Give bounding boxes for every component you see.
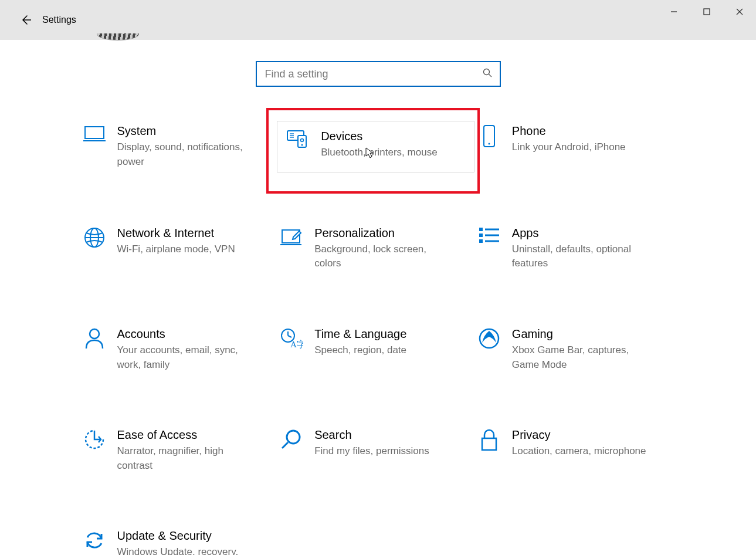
back-button[interactable] <box>14 8 38 32</box>
svg-rect-1 <box>704 9 710 15</box>
avatar-partial <box>97 33 139 40</box>
tile-title: Ease of Access <box>117 428 252 442</box>
tile-devices-highlighted: Devices Bluetooth, printers, mouse <box>266 108 480 194</box>
tile-desc: Find my files, permissions <box>314 444 429 459</box>
tile-title: Gaming <box>512 327 647 341</box>
tile-desc: Background, lock screen, colors <box>314 242 449 271</box>
time-language-icon: A字 <box>279 327 304 352</box>
tile-phone[interactable]: Phone Link your Android, iPhone <box>477 122 659 172</box>
tile-desc: Xbox Game Bar, captures, Game Mode <box>512 343 647 372</box>
minimize-button[interactable] <box>657 0 690 23</box>
tile-title: Devices <box>321 130 437 143</box>
phone-icon <box>477 124 501 149</box>
tile-title: Update & Security <box>117 529 252 543</box>
svg-point-34 <box>287 431 300 444</box>
tile-apps[interactable]: Apps Uninstall, defaults, optional featu… <box>477 224 659 273</box>
gaming-icon <box>477 327 501 352</box>
tile-title: Accounts <box>117 327 252 341</box>
update-icon <box>82 529 107 554</box>
tile-gaming[interactable]: Gaming Xbox Game Bar, captures, Game Mod… <box>477 325 659 374</box>
devices-icon <box>286 130 310 154</box>
apps-icon <box>477 226 501 251</box>
svg-point-28 <box>90 329 99 339</box>
accounts-icon <box>82 327 107 352</box>
tile-accounts[interactable]: Accounts Your accounts, email, sync, wor… <box>82 325 264 374</box>
search-box[interactable] <box>256 61 501 87</box>
tile-update-security[interactable]: Update & Security Windows Update, recove… <box>82 527 264 555</box>
svg-line-31 <box>288 336 291 337</box>
window-title: Settings <box>42 15 76 25</box>
tile-title: Time & Language <box>314 327 406 341</box>
svg-point-4 <box>483 69 489 75</box>
close-button[interactable] <box>723 0 756 23</box>
tile-desc: Link your Android, iPhone <box>512 140 626 155</box>
tile-desc: Your accounts, email, sync, work, family <box>117 343 252 372</box>
tile-desc: Bluetooth, printers, mouse <box>321 145 437 160</box>
tile-desc: Display, sound, notifications, power <box>117 140 252 169</box>
tile-title: Network & Internet <box>117 226 235 240</box>
titlebar: Settings <box>0 0 756 40</box>
tile-network[interactable]: Network & Internet Wi-Fi, airplane mode,… <box>82 224 264 273</box>
tile-search[interactable]: Search Find my files, permissions <box>279 426 461 475</box>
tile-privacy[interactable]: Privacy Location, camera, microphone <box>477 426 659 475</box>
search-input[interactable] <box>257 68 500 80</box>
personalization-icon <box>279 226 304 251</box>
ease-of-access-icon <box>82 428 107 453</box>
svg-rect-24 <box>479 239 483 243</box>
svg-rect-6 <box>85 127 104 138</box>
tile-devices[interactable]: Devices Bluetooth, printers, mouse <box>286 130 467 160</box>
svg-line-35 <box>282 442 288 448</box>
maximize-button[interactable] <box>690 0 723 23</box>
tile-title: Privacy <box>512 428 646 442</box>
tile-desc: Speech, region, date <box>314 343 406 358</box>
tile-title: Apps <box>512 226 647 240</box>
privacy-icon <box>477 428 501 453</box>
tile-desc: Wi-Fi, airplane mode, VPN <box>117 242 235 257</box>
search-icon <box>482 67 493 80</box>
svg-line-5 <box>489 75 491 77</box>
svg-point-14 <box>301 144 303 146</box>
tile-ease-of-access[interactable]: Ease of Access Narrator, magnifier, high… <box>82 426 264 475</box>
svg-point-16 <box>488 143 490 145</box>
svg-rect-36 <box>482 438 496 450</box>
tile-title: Personalization <box>314 226 449 240</box>
system-icon <box>82 124 107 149</box>
network-icon <box>82 226 107 251</box>
tile-system[interactable]: System Display, sound, notifications, po… <box>82 122 264 172</box>
tile-desc: Windows Update, recovery, backup <box>117 545 252 555</box>
tile-desc: Uninstall, defaults, optional features <box>512 242 647 271</box>
svg-rect-22 <box>479 228 483 231</box>
tile-desc: Narrator, magnifier, high contrast <box>117 444 252 473</box>
search-tile-icon <box>279 428 304 453</box>
tile-desc: Location, camera, microphone <box>512 444 646 459</box>
tile-time-language[interactable]: A字 Time & Language Speech, region, date <box>279 325 461 374</box>
tile-title: Phone <box>512 124 626 138</box>
svg-text:A字: A字 <box>290 340 303 349</box>
svg-rect-23 <box>479 233 483 237</box>
tile-title: System <box>117 124 252 138</box>
settings-grid: System Display, sound, notifications, po… <box>82 122 674 555</box>
tile-title: Search <box>314 428 429 442</box>
tile-personalization[interactable]: Personalization Background, lock screen,… <box>279 224 461 273</box>
